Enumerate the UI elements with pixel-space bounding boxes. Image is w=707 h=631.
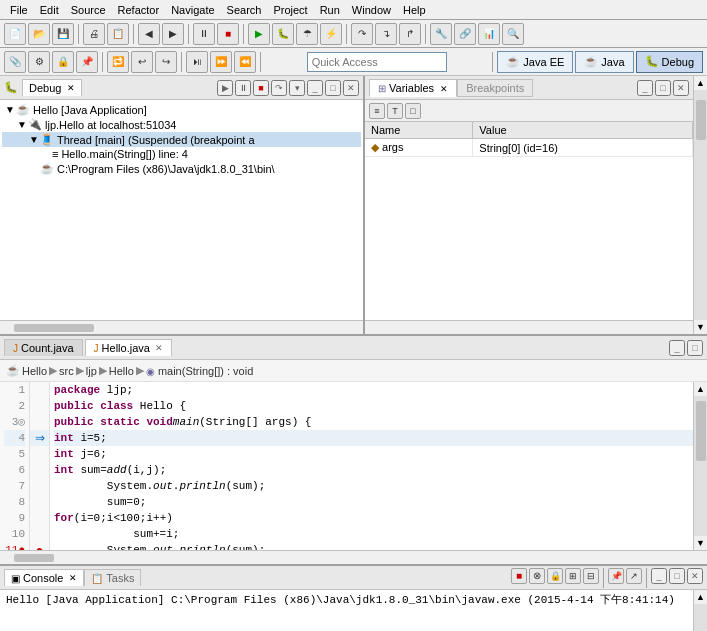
var-collapse-btn[interactable]: ≡	[369, 103, 385, 119]
console-btn5[interactable]: ⊟	[583, 568, 599, 584]
console-min[interactable]: _	[651, 568, 667, 584]
menu-navigate[interactable]: Navigate	[165, 2, 220, 18]
bc-ljp[interactable]: ljp	[86, 365, 97, 377]
debug-btn[interactable]: 🐛	[272, 23, 294, 45]
var-panel-max[interactable]: □	[655, 80, 671, 96]
editor-scroll-track[interactable]	[694, 396, 708, 536]
ext4-btn[interactable]: 🔍	[502, 23, 524, 45]
debug-tab-close[interactable]: ✕	[67, 83, 75, 93]
console-close[interactable]: ✕	[687, 568, 703, 584]
editor-vscrollbar[interactable]: ▲ ▼	[693, 382, 707, 550]
tb2-btn10[interactable]: ⏪	[234, 51, 256, 73]
console-tab-close[interactable]: ✕	[69, 573, 77, 583]
variables-tab[interactable]: ⊞ Variables ✕	[369, 79, 457, 97]
fwd-btn[interactable]: ▶	[162, 23, 184, 45]
console-max[interactable]: □	[669, 568, 685, 584]
menu-search[interactable]: Search	[221, 2, 268, 18]
back-btn[interactable]: ◀	[138, 23, 160, 45]
tb2-btn7[interactable]: ↪	[155, 51, 177, 73]
tree-item-method[interactable]: ≡ Hello.main(String[]) line: 4	[2, 147, 361, 161]
menu-window[interactable]: Window	[346, 2, 397, 18]
editor-scroll-up[interactable]: ▲	[694, 382, 708, 396]
console-stop-btn[interactable]: ■	[511, 568, 527, 584]
scroll-down-arrow[interactable]: ▼	[694, 320, 708, 334]
bc-src[interactable]: src	[59, 365, 74, 377]
console-tab[interactable]: ▣ Console ✕	[4, 569, 84, 586]
debug-action-menu[interactable]: ▾	[289, 80, 305, 96]
menu-run[interactable]: Run	[314, 2, 346, 18]
editor-scroll-down[interactable]: ▼	[694, 536, 708, 550]
debug-action-resume[interactable]: ▶	[217, 80, 233, 96]
debug-action-terminate[interactable]: ■	[253, 80, 269, 96]
tb2-btn8[interactable]: ⏯	[186, 51, 208, 73]
tree-item-thread[interactable]: ▼ 🧵 Thread [main] (Suspended (breakpoint…	[2, 132, 361, 147]
run-btn[interactable]: ▶	[248, 23, 270, 45]
hello-java-close[interactable]: ✕	[155, 343, 163, 353]
debug-tab[interactable]: Debug ✕	[22, 79, 82, 96]
debug-scrollbar-h[interactable]	[0, 320, 363, 334]
console-scroll-track[interactable]	[694, 604, 708, 631]
editor-min[interactable]: _	[669, 340, 685, 356]
stepover-btn[interactable]: ↷	[351, 23, 373, 45]
coverage-btn[interactable]: ☂	[296, 23, 318, 45]
tb2-btn9[interactable]: ⏩	[210, 51, 232, 73]
debug-action-stepover[interactable]: ↷	[271, 80, 287, 96]
var-panel-min[interactable]: _	[637, 80, 653, 96]
var-row-args[interactable]: ◆ args String[0] (id=16)	[365, 139, 693, 157]
tree-item-app[interactable]: ▼ ☕ Hello [Java Application]	[2, 102, 361, 117]
console-ext-btn[interactable]: ↗	[626, 568, 642, 584]
menu-file[interactable]: File	[4, 2, 34, 18]
new-btn[interactable]: 📄	[4, 23, 26, 45]
debug-panel-close[interactable]: ✕	[343, 80, 359, 96]
menu-source[interactable]: Source	[65, 2, 112, 18]
tab-count-java[interactable]: J Count.java	[4, 339, 83, 356]
variables-vscrollbar[interactable]: ▲ ▼	[693, 76, 707, 334]
perspective-javaee[interactable]: ☕ Java EE	[497, 51, 573, 73]
menu-refactor[interactable]: Refactor	[112, 2, 166, 18]
debug-panel-max[interactable]: □	[325, 80, 341, 96]
tasks-tab[interactable]: 📋 Tasks	[84, 569, 141, 586]
scroll-up-arrow[interactable]: ▲	[694, 76, 708, 90]
bc-hello2[interactable]: Hello	[109, 365, 134, 377]
tb2-btn1[interactable]: 📎	[4, 51, 26, 73]
stepout-btn[interactable]: ↱	[399, 23, 421, 45]
console-clear-btn[interactable]: ⊗	[529, 568, 545, 584]
tree-item-jvm[interactable]: ▼ 🔌 ljp.Hello at localhost:51034	[2, 117, 361, 132]
profile-btn[interactable]: ⚡	[320, 23, 342, 45]
code-content[interactable]: package ljp; public class Hello { public…	[50, 382, 693, 550]
tb2-btn6[interactable]: ↩	[131, 51, 153, 73]
perspective-debug[interactable]: 🐛 Debug	[636, 51, 703, 73]
debug-action-suspend[interactable]: ⏸	[235, 80, 251, 96]
stop-btn[interactable]: ■	[217, 23, 239, 45]
quickaccess-input[interactable]	[307, 52, 447, 72]
ext3-btn[interactable]: 📊	[478, 23, 500, 45]
tab-hello-java[interactable]: J Hello.java ✕	[85, 339, 172, 356]
tb2-btn3[interactable]: 🔒	[52, 51, 74, 73]
pause-btn[interactable]: ⏸	[193, 23, 215, 45]
editor-hscrollbar[interactable]	[0, 550, 707, 564]
tb2-btn5[interactable]: 🔁	[107, 51, 129, 73]
stepinto-btn[interactable]: ↴	[375, 23, 397, 45]
console-vscrollbar[interactable]: ▲ ▼	[693, 590, 707, 631]
prop-btn[interactable]: 📋	[107, 23, 129, 45]
console-pin-btn[interactable]: 📌	[608, 568, 624, 584]
editor-max[interactable]: □	[687, 340, 703, 356]
debug-panel-min[interactable]: _	[307, 80, 323, 96]
bc-hello1[interactable]: Hello	[22, 365, 47, 377]
open-btn[interactable]: 📂	[28, 23, 50, 45]
var-show-type-btn[interactable]: T	[387, 103, 403, 119]
tb2-btn2[interactable]: ⚙	[28, 51, 50, 73]
print-btn[interactable]: 🖨	[83, 23, 105, 45]
menu-edit[interactable]: Edit	[34, 2, 65, 18]
menu-help[interactable]: Help	[397, 2, 432, 18]
console-btn4[interactable]: ⊞	[565, 568, 581, 584]
menu-project[interactable]: Project	[267, 2, 313, 18]
bc-main[interactable]: ◉ main(String[]) : void	[146, 365, 253, 377]
breakpoints-tab[interactable]: Breakpoints	[457, 79, 533, 97]
save-btn[interactable]: 💾	[52, 23, 74, 45]
scroll-track[interactable]	[694, 90, 708, 320]
tb2-btn4[interactable]: 📌	[76, 51, 98, 73]
variables-tab-close[interactable]: ✕	[440, 84, 448, 94]
ext2-btn[interactable]: 🔗	[454, 23, 476, 45]
console-scroll-up[interactable]: ▲	[694, 590, 708, 604]
